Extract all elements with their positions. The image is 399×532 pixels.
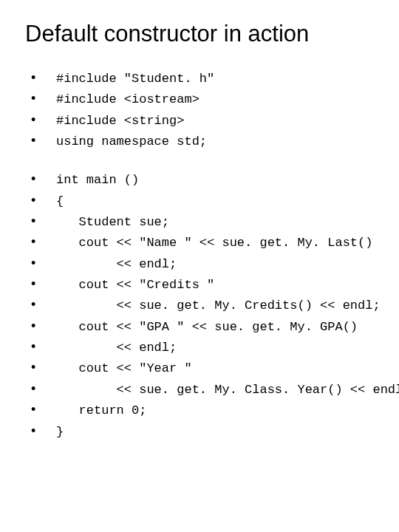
code-text: cout << "Year " — [56, 359, 192, 378]
code-text: { — [56, 192, 64, 211]
code-line: • << endl; — [22, 337, 377, 358]
bullet-icon: • — [22, 131, 56, 151]
code-text: << sue. get. My. Class. Year() << endl; — [56, 381, 399, 400]
bullet-icon: • — [22, 295, 56, 316]
bullet-icon: • — [22, 358, 56, 378]
bullet-icon: • — [22, 169, 56, 190]
block-spacer — [22, 151, 377, 169]
code-text: #include <iostream> — [56, 90, 200, 109]
bullet-icon: • — [22, 421, 56, 442]
bullet-icon: • — [22, 379, 56, 400]
code-line: •#include <iostream> — [22, 89, 377, 109]
bullet-icon: • — [22, 232, 56, 253]
code-text: << endl; — [56, 255, 177, 274]
code-line: •{ — [22, 191, 377, 211]
code-line: •} — [22, 421, 377, 442]
code-line: • cout << "GPA " << sue. get. My. GPA() — [22, 316, 377, 337]
slide-title: Default constructor in action — [25, 21, 377, 47]
code-text: #include <string> — [56, 112, 184, 131]
code-line: • return 0; — [22, 400, 377, 420]
bullet-icon: • — [22, 110, 56, 131]
bullet-icon: • — [22, 337, 56, 358]
code-block-2: •int main ()•{• Student sue;• cout << "N… — [22, 169, 377, 441]
code-line: • cout << "Credits " — [22, 274, 377, 295]
code-text: return 0; — [56, 401, 146, 420]
code-line: • cout << "Year " — [22, 358, 377, 378]
code-text: Student sue; — [56, 213, 169, 232]
code-text: cout << "Name " << sue. get. My. Last() — [56, 233, 372, 253]
code-text: using namespace std; — [56, 132, 207, 151]
code-text: cout << "GPA " << sue. get. My. GPA() — [56, 318, 358, 337]
code-line: •#include <string> — [22, 110, 377, 131]
code-line: • cout << "Name " << sue. get. My. Last(… — [22, 232, 377, 253]
bullet-icon: • — [22, 191, 56, 211]
code-text: int main () — [56, 171, 139, 190]
bullet-icon: • — [22, 253, 56, 274]
bullet-icon: • — [22, 68, 56, 89]
code-text: << endl; — [56, 338, 177, 358]
code-line: •#include "Student. h" — [22, 68, 377, 89]
code-line: •int main () — [22, 169, 377, 190]
code-line: • Student sue; — [22, 211, 377, 232]
code-line: •using namespace std; — [22, 131, 377, 151]
code-block-1: •#include "Student. h"•#include <iostrea… — [22, 68, 377, 151]
code-line: • << sue. get. My. Class. Year() << endl… — [22, 379, 377, 400]
bullet-icon: • — [22, 89, 56, 109]
bullet-icon: • — [22, 211, 56, 232]
bullet-icon: • — [22, 400, 56, 420]
bullet-icon: • — [22, 274, 56, 295]
code-text: cout << "Credits " — [56, 276, 214, 295]
code-line: • << endl; — [22, 253, 377, 274]
code-line: • << sue. get. My. Credits() << endl; — [22, 295, 377, 316]
bullet-icon: • — [22, 316, 56, 337]
slide: Default constructor in action •#include … — [0, 0, 399, 532]
code-text: } — [56, 423, 64, 442]
code-text: #include "Student. h" — [56, 69, 214, 89]
code-text: << sue. get. My. Credits() << endl; — [56, 296, 381, 316]
